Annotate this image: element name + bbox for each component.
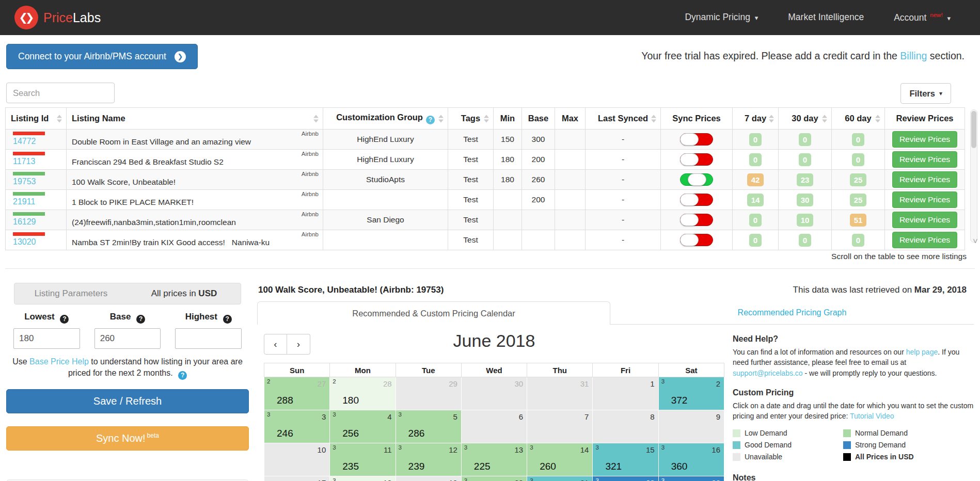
- legend-swatch: [733, 429, 740, 437]
- calendar-day-cell[interactable]: 31: [527, 377, 593, 410]
- max-price-cell: [555, 150, 586, 170]
- calendar-day-cell[interactable]: 321: [527, 476, 593, 481]
- listing-id-link[interactable]: 11713: [13, 157, 35, 166]
- review-prices-button[interactable]: Review Prices: [892, 151, 957, 168]
- weekday-header: Wed: [461, 363, 527, 377]
- search-input[interactable]: [6, 83, 115, 103]
- save-refresh-button[interactable]: Save / Refresh: [6, 389, 249, 413]
- circle-arrow-right-icon: ❯: [175, 51, 186, 62]
- day-badge-60: 0: [852, 153, 864, 166]
- pricelabs-logo[interactable]: ❮❯ PriceLabs: [14, 6, 101, 29]
- tab-pricing-calendar[interactable]: Recommended & Custom Pricing Calendar: [257, 301, 610, 325]
- review-prices-button[interactable]: Review Prices: [892, 232, 957, 248]
- day-badge-60-cell: 25: [832, 170, 885, 190]
- sync-prices-toggle[interactable]: [680, 133, 713, 146]
- scrollbar-thumb[interactable]: [971, 111, 976, 148]
- listing-id-link[interactable]: 14772: [13, 137, 36, 146]
- weekday-header: Sun: [264, 363, 330, 377]
- column-header-7-day[interactable]: 7 day: [733, 108, 779, 130]
- last-synced-cell: -: [586, 130, 661, 150]
- calendar-day-cell[interactable]: 7: [527, 410, 593, 443]
- calendar-day-cell[interactable]: 34256: [330, 410, 396, 443]
- base-price-help-link[interactable]: Base Price Help: [29, 357, 89, 366]
- calendar-day-cell[interactable]: 323: [658, 476, 724, 481]
- column-header-last-synced[interactable]: Last Synced: [586, 108, 661, 130]
- sync-prices-toggle[interactable]: [680, 234, 713, 246]
- calendar-day-cell[interactable]: 228180: [330, 377, 396, 410]
- help-icon[interactable]: ?: [223, 315, 232, 324]
- nav-item-dynamic-pricing[interactable]: Dynamic Pricing ▾: [670, 12, 773, 23]
- text-link[interactable]: Tutorial Video: [850, 412, 894, 420]
- sync-prices-toggle[interactable]: [680, 153, 713, 166]
- calendar-day-cell[interactable]: 19: [396, 476, 461, 481]
- listing-id-cell: 16129: [6, 210, 67, 230]
- help-icon[interactable]: ?: [178, 371, 187, 380]
- calendar-day-cell[interactable]: 312239: [396, 443, 461, 476]
- column-header-customization-group[interactable]: Customization Group?: [323, 108, 448, 130]
- calendar-day-cell[interactable]: 314260: [527, 443, 593, 476]
- column-header-listing-id[interactable]: Listing Id: [6, 108, 67, 130]
- nav-item-market-intelligence[interactable]: Market Intelligence: [773, 12, 879, 23]
- tab-pricing-graph[interactable]: Recommended Pricing Graph: [738, 308, 847, 317]
- text-link[interactable]: help page: [906, 348, 938, 356]
- calendar-day-cell[interactable]: 227288: [264, 377, 330, 410]
- filters-button[interactable]: Filters ▾: [900, 83, 951, 104]
- review-prices-button[interactable]: Review Prices: [892, 171, 957, 188]
- weekday-header: Thu: [527, 363, 593, 377]
- sync-prices-toggle[interactable]: [680, 214, 713, 226]
- sync-now-button[interactable]: Sync Now!beta: [6, 426, 249, 451]
- billing-link[interactable]: Billing: [900, 50, 927, 61]
- review-prices-button[interactable]: Review Prices: [892, 131, 957, 148]
- calendar-day-cell[interactable]: 316360: [658, 443, 724, 476]
- legend-label: Normal Demand: [855, 429, 908, 437]
- highest-price-input[interactable]: [175, 328, 242, 349]
- connect-account-button[interactable]: Connect to your Airbnb/PMS account ❯: [6, 44, 198, 69]
- calendar-day-cell[interactable]: 9: [658, 410, 724, 443]
- calendar-day-cell[interactable]: 10: [264, 443, 330, 476]
- calendar-day-cell[interactable]: 29: [396, 377, 461, 410]
- calendar-day-cell[interactable]: 313225: [461, 443, 527, 476]
- base-price-input[interactable]: [94, 328, 161, 349]
- calendar-day-cell[interactable]: 311235: [330, 443, 396, 476]
- calendar-day-cell[interactable]: 17: [264, 476, 330, 481]
- legend-swatch: [733, 441, 740, 449]
- calendar-day-cell[interactable]: 32372: [658, 377, 724, 410]
- nav-item-account[interactable]: Account new! ▾: [879, 12, 966, 23]
- calendar-day-cell[interactable]: 322: [593, 476, 658, 481]
- calendar-day-cell[interactable]: 33246: [264, 410, 330, 443]
- listing-id-link[interactable]: 13020: [13, 237, 36, 246]
- sync-prices-toggle[interactable]: [680, 194, 713, 206]
- text-link[interactable]: support@pricelabs.co: [733, 369, 803, 377]
- help-icon[interactable]: ?: [60, 315, 69, 324]
- calendar-day-cell[interactable]: 35286: [396, 410, 461, 443]
- lowest-price-input[interactable]: [13, 328, 80, 349]
- table-scrollbar[interactable]: [970, 109, 977, 243]
- channel-label: Airbnb: [302, 191, 319, 197]
- day-number: 23: [712, 478, 720, 481]
- customization-group-cell: [323, 190, 448, 210]
- column-header-60-day[interactable]: 60 day: [832, 108, 885, 130]
- calendar-day-cell[interactable]: 30: [461, 377, 527, 410]
- listing-id-link[interactable]: 21911: [13, 197, 35, 206]
- calendar-day-cell[interactable]: 318: [330, 476, 396, 481]
- min-stay-marker: 3: [464, 444, 467, 451]
- review-prices-button[interactable]: Review Prices: [892, 191, 957, 208]
- day-badge-7-cell: 0: [733, 210, 779, 230]
- column-header-min: Min: [494, 108, 522, 130]
- review-prices-button[interactable]: Review Prices: [892, 212, 957, 228]
- help-icon[interactable]: ?: [136, 315, 145, 324]
- listing-id-link[interactable]: 16129: [13, 217, 36, 226]
- column-header-30-day[interactable]: 30 day: [779, 108, 832, 130]
- review-prices-cell: Review Prices: [885, 150, 965, 170]
- column-header-tags[interactable]: Tags: [448, 108, 494, 130]
- column-header-listing-name[interactable]: Listing Name: [67, 108, 323, 130]
- listing-id-link[interactable]: 19753: [13, 177, 36, 186]
- calendar-day-cell[interactable]: 1: [593, 377, 658, 410]
- legend-swatch: [733, 453, 740, 461]
- calendar-day-cell[interactable]: 320: [461, 476, 527, 481]
- sync-prices-toggle[interactable]: [680, 173, 713, 186]
- calendar-day-cell[interactable]: 6: [461, 410, 527, 443]
- calendar-day-cell[interactable]: 8: [593, 410, 658, 443]
- calendar-day-cell[interactable]: 315321: [593, 443, 658, 476]
- help-icon[interactable]: ?: [426, 116, 435, 124]
